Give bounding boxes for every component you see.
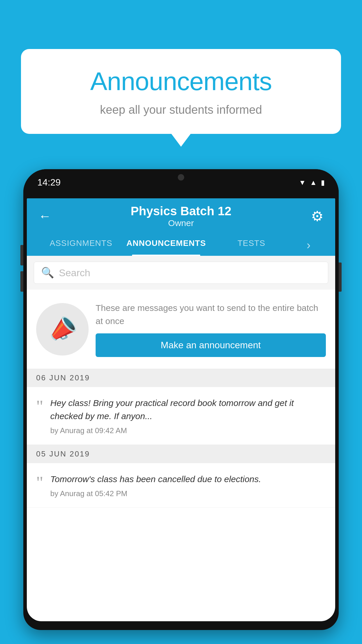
bubble-title: Announcements (44, 66, 318, 96)
promo-icon-circle: 📣 (36, 303, 89, 356)
speech-bubble: Announcements keep all your students inf… (21, 49, 341, 134)
tab-assignments[interactable]: ASSIGNMENTS (38, 233, 124, 256)
tab-announcements[interactable]: ANNOUNCEMENTS (124, 233, 209, 256)
quote-icon-1: " (36, 398, 43, 415)
status-time: 14:29 (37, 177, 61, 188)
power-button[interactable] (339, 262, 342, 292)
date-separator-1: 06 JUN 2019 (27, 369, 335, 387)
search-placeholder: Search (59, 267, 90, 279)
signal-icon (310, 178, 317, 187)
phone-container: 14:29 ← Physics Batch 12 Owner ⚙ (23, 169, 339, 644)
notch (158, 169, 204, 186)
app-header-top: ← Physics Batch 12 Owner ⚙ (38, 204, 324, 233)
tab-more[interactable]: › (294, 233, 324, 256)
camera (178, 174, 184, 181)
message-item-1[interactable]: " Hey class! Bring your practical record… (27, 387, 335, 445)
phone-screen: ← Physics Batch 12 Owner ⚙ ASSIGNMENTS A… (27, 198, 335, 621)
message-content-2: Tomorrow's class has been cancelled due … (50, 473, 326, 498)
search-icon: 🔍 (41, 267, 54, 279)
status-icons (299, 178, 325, 187)
volume-down-button[interactable] (20, 271, 23, 292)
promo-content: These are messages you want to send to t… (96, 301, 326, 357)
app-header: ← Physics Batch 12 Owner ⚙ ASSIGNMENTS A… (27, 198, 335, 256)
phone-frame: 14:29 ← Physics Batch 12 Owner ⚙ (23, 169, 339, 630)
date-separator-2: 05 JUN 2019 (27, 445, 335, 463)
quote-icon-2: " (36, 474, 43, 491)
speech-bubble-container: Announcements keep all your students inf… (21, 49, 341, 134)
megaphone-icon: 📣 (44, 311, 81, 347)
promo-description: These are messages you want to send to t… (96, 301, 326, 328)
batch-name: Physics Batch 12 (56, 204, 306, 218)
back-button[interactable]: ← (38, 209, 56, 223)
date-label-2: 05 JUN 2019 (36, 449, 90, 459)
message-item-2[interactable]: " Tomorrow's class has been cancelled du… (27, 463, 335, 508)
header-title-group: Physics Batch 12 Owner (56, 204, 306, 228)
tab-tests[interactable]: TESTS (209, 233, 294, 256)
message-author-1: by Anurag at 09:42 AM (50, 426, 326, 435)
settings-button[interactable]: ⚙ (306, 208, 324, 224)
message-text-2: Tomorrow's class has been cancelled due … (50, 473, 326, 486)
tab-bar: ASSIGNMENTS ANNOUNCEMENTS TESTS › (38, 233, 324, 256)
phone-top: 14:29 (23, 169, 339, 198)
search-bar-container: 🔍 Search (27, 256, 335, 290)
make-announcement-button[interactable]: Make an announcement (96, 333, 326, 357)
volume-up-button[interactable] (20, 245, 23, 265)
announcement-promo: 📣 These are messages you want to send to… (27, 290, 335, 369)
battery-icon (321, 178, 325, 187)
message-content-1: Hey class! Bring your practical record b… (50, 396, 326, 435)
bubble-subtitle: keep all your students informed (44, 103, 318, 116)
search-bar[interactable]: 🔍 Search (34, 262, 328, 284)
message-author-2: by Anurag at 05:42 PM (50, 489, 326, 498)
wifi-icon (299, 178, 306, 187)
message-text-1: Hey class! Bring your practical record b… (50, 396, 326, 423)
date-label-1: 06 JUN 2019 (36, 373, 90, 382)
header-role: Owner (56, 218, 306, 228)
